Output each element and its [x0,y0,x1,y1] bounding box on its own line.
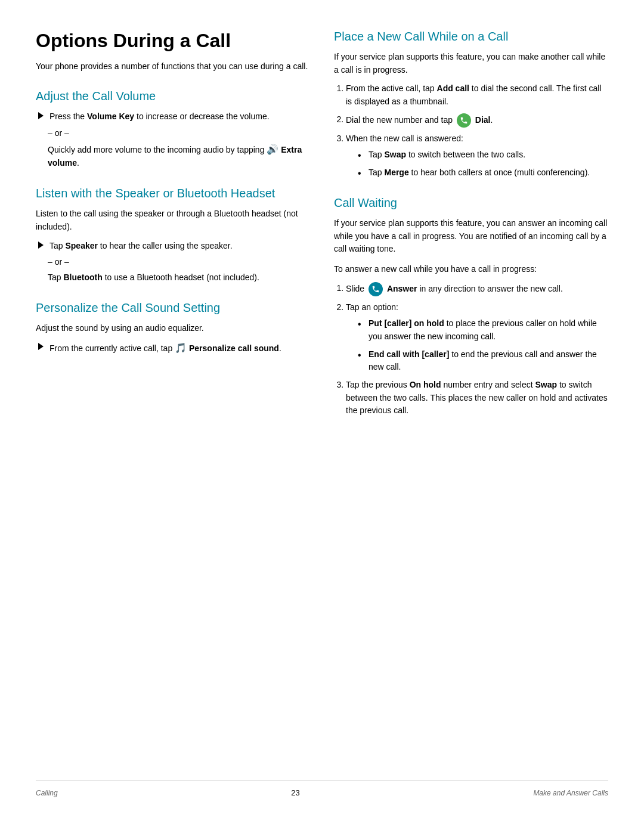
option-end-call: End call with [caller] to end the previo… [358,348,608,374]
section-speaker-bluetooth: Listen with the Speaker or Bluetooth Hea… [36,187,310,284]
option-sub-list: Put [caller] on hold to place the previo… [358,317,608,374]
call-sound-bullet1-text: From the currently active call, tap 🎵 Pe… [49,341,281,356]
heading-call-waiting: Call Waiting [334,196,608,210]
waiting-step-1: Slide Answer in any direction to answer … [346,282,608,296]
footer-chapter-label: Make and Answer Calls [533,789,608,797]
volume-bullet1-text: Press the Volume Key to increase or decr… [49,110,270,123]
dial-phone-icon [457,113,471,128]
or-separator-2: – or – [48,257,310,267]
answered-sub-list: Tap Swap to switch between the two calls… [358,148,608,179]
speaker-bluetooth-intro: Listen to the call using the speaker or … [36,208,310,233]
call-waiting-steps: Slide Answer in any direction to answer … [346,282,608,418]
page-footer: Calling 23 Make and Answer Calls [36,781,608,797]
volume-extra-icon: 🔊 [267,144,278,154]
page: Options During a Call Your phone provide… [0,0,644,833]
page-intro: Your phone provides a number of function… [36,60,310,73]
call-waiting-intro1: If your service plan supports this featu… [334,217,608,256]
volume-sub-text: Quickly add more volume to the incoming … [48,143,310,170]
speaker-bullet1-text: Tap Speaker to hear the caller using the… [49,240,233,253]
bluetooth-sub-text: Tap Bluetooth to use a Bluetooth headset… [48,271,310,284]
footer-page-number: 23 [291,788,299,797]
step-2-dial: Dial the new number and tap Dial. [346,113,608,128]
left-column: Options During a Call Your phone provide… [36,30,310,757]
right-column: Place a New Call While on a Call If your… [334,30,608,757]
footer-section-label: Calling [36,789,58,797]
call-sound-intro: Adjust the sound by using an audio equal… [36,322,310,335]
heading-adjust-volume: Adjust the Call Volume [36,89,310,103]
waiting-step-3: Tap the previous On hold number entry an… [346,379,608,417]
call-sound-bullet1: From the currently active call, tap 🎵 Pe… [38,341,310,356]
waiting-step-2: Tap an option: Put [caller] on hold to p… [346,301,608,374]
place-new-call-intro: If your service plan supports this featu… [334,51,608,76]
call-waiting-intro2: To answer a new call while you have a ca… [334,263,608,276]
heading-place-new-call: Place a New Call While on a Call [334,30,608,44]
heading-call-sound: Personalize the Call Sound Setting [36,301,310,315]
triangle-bullet-icon [38,112,44,119]
place-new-call-steps: From the active call, tap Add call to di… [346,82,608,179]
section-call-sound: Personalize the Call Sound Setting Adjus… [36,301,310,355]
step-1-add-call: From the active call, tap Add call to di… [346,82,608,108]
answered-sub-swap: Tap Swap to switch between the two calls… [358,148,608,162]
page-title: Options During a Call [36,30,310,52]
section-place-new-call: Place a New Call While on a Call If your… [334,30,608,179]
option-put-on-hold: Put [caller] on hold to place the previo… [358,317,608,343]
speaker-bullet1: Tap Speaker to hear the caller using the… [38,240,310,253]
eq-icon: 🎵 [175,343,187,353]
or-separator-1: – or – [48,128,310,138]
answered-sub-merge: Tap Merge to hear both callers at once (… [358,166,608,179]
triangle-bullet-icon-2 [38,241,44,249]
volume-bullet1: Press the Volume Key to increase or decr… [38,110,310,123]
content-area: Options During a Call Your phone provide… [36,30,608,757]
section-call-waiting: Call Waiting If your service plan suppor… [334,196,608,417]
step-3-answered: When the new call is answered: Tap Swap … [346,132,608,179]
triangle-bullet-icon-3 [38,343,44,350]
heading-speaker-bluetooth: Listen with the Speaker or Bluetooth Hea… [36,187,310,200]
answer-phone-icon [369,282,383,296]
section-adjust-volume: Adjust the Call Volume Press the Volume … [36,89,310,170]
